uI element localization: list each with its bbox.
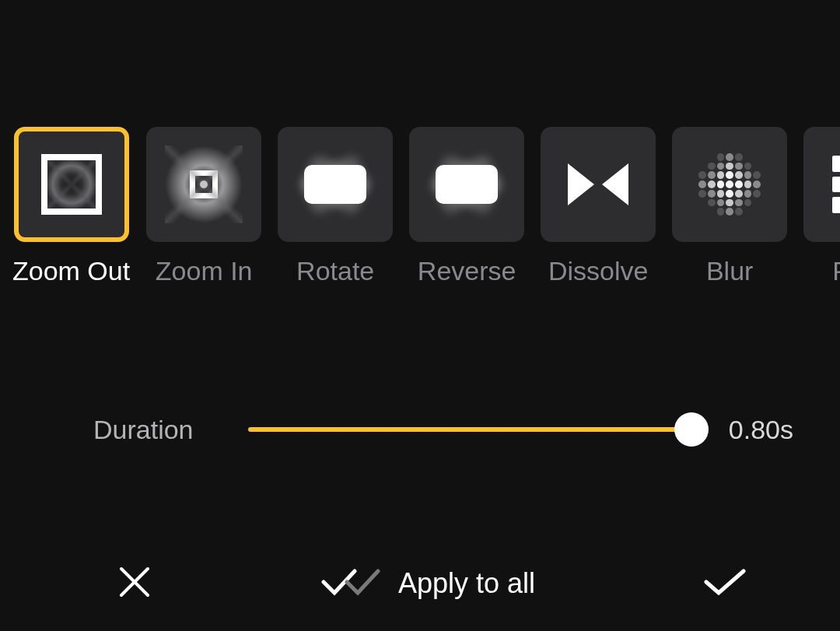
transition-label: Rotate bbox=[296, 256, 374, 286]
transition-pixel[interactable]: Pixel bbox=[803, 127, 840, 286]
transition-label: Reverse bbox=[418, 256, 516, 286]
confirm-button[interactable] bbox=[703, 566, 747, 601]
transition-zoom-out[interactable]: Zoom Out bbox=[12, 127, 130, 286]
duration-row: Duration 0.80s bbox=[0, 412, 840, 447]
duration-value: 0.80s bbox=[729, 415, 793, 445]
transition-label: Dissolve bbox=[548, 256, 648, 286]
transition-label: Zoom In bbox=[156, 256, 253, 286]
slider-track bbox=[248, 427, 691, 432]
transition-reverse[interactable]: Reverse bbox=[409, 127, 524, 286]
apply-to-all-button[interactable]: Apply to all bbox=[320, 565, 535, 602]
close-icon bbox=[117, 564, 152, 603]
transition-label: Pixel bbox=[832, 256, 840, 286]
transition-label: Zoom Out bbox=[12, 256, 130, 286]
reverse-icon bbox=[409, 127, 524, 242]
bottom-bar: Apply to all bbox=[0, 564, 840, 603]
pixel-icon bbox=[803, 127, 840, 242]
transition-zoom-in[interactable]: Zoom In bbox=[146, 127, 261, 286]
cancel-button[interactable] bbox=[117, 564, 152, 603]
duration-label: Duration bbox=[93, 415, 194, 445]
check-icon bbox=[703, 566, 747, 601]
duration-slider[interactable] bbox=[248, 412, 691, 447]
blur-icon bbox=[672, 127, 787, 242]
zoom-out-icon bbox=[14, 127, 129, 242]
transition-blur[interactable]: Blur bbox=[672, 127, 787, 286]
apply-to-all-label: Apply to all bbox=[398, 567, 535, 600]
slider-thumb[interactable] bbox=[674, 412, 709, 447]
zoom-in-icon bbox=[146, 127, 261, 242]
transition-dissolve[interactable]: Dissolve bbox=[541, 127, 656, 286]
transition-rotate[interactable]: Rotate bbox=[278, 127, 393, 286]
transition-label: Blur bbox=[706, 256, 753, 286]
dissolve-icon bbox=[541, 127, 656, 242]
transitions-list: Zoom Out Zoom In Rotate Reverse bbox=[12, 127, 840, 286]
rotate-icon bbox=[278, 127, 393, 242]
double-check-icon bbox=[320, 565, 383, 602]
